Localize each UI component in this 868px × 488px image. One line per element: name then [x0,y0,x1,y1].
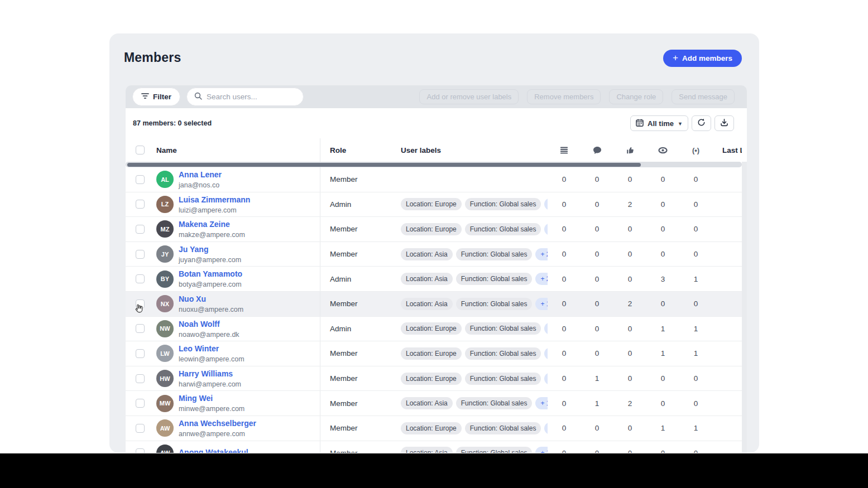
row-checkbox[interactable] [136,175,145,184]
posts-count: 0 [548,325,581,333]
member-name-link[interactable]: Makena Zeine [179,220,230,229]
row-checkbox[interactable] [136,424,145,433]
posts-icon[interactable] [548,147,581,154]
avatar[interactable]: LW [156,345,174,362]
likes-count: 0 [613,250,646,258]
member-cell: BY Botan Yamamoto botya@ampere.com [152,268,320,289]
more-labels-pill[interactable]: + 2 [535,273,548,285]
filter-button[interactable]: Filter [132,88,180,106]
member-email: makze@ampere.com [179,231,245,240]
member-name-link[interactable]: Ju Yang [179,245,208,254]
table-row[interactable]: NW Noah Wolff noawo@ampere.dk Admin Loca… [126,317,742,342]
member-name-link[interactable]: Harry Williams [179,369,233,378]
member-name-link[interactable]: Anna Wechselberger [179,419,256,428]
add-members-button[interactable]: + Add members [663,50,742,67]
member-name-link[interactable]: Luisa Zimmermann [179,195,250,204]
views-icon[interactable] [646,147,679,154]
remove-members-button[interactable]: Remove members [527,89,601,104]
row-checkbox-cell [126,200,152,209]
member-email: botya@ampere.com [179,281,242,289]
table-row[interactable]: LW Leo Winter leowin@ampere.com Member L… [126,341,742,366]
user-label-pill: Location: Europe [401,373,462,385]
filter-icon [141,93,149,101]
avatar[interactable]: LZ [156,196,174,213]
time-filter-dropdown[interactable]: All time ▼ [630,115,688,131]
table-row[interactable]: NX Nuo Xu nuoxu@ampere.com Member Locati… [126,292,742,317]
member-name-link[interactable]: Leo Winter [179,344,219,353]
horizontal-scrollbar-thumb[interactable] [127,163,641,167]
send-message-button[interactable]: Send message [672,89,735,104]
avatar[interactable]: MZ [156,220,174,238]
table-row[interactable]: AW Anna Wechselberger annwe@ampere.com M… [126,416,742,441]
row-checkbox[interactable] [136,374,145,383]
column-user-labels[interactable]: User labels [401,146,548,154]
more-labels-pill[interactable]: + 2 [535,248,548,260]
refresh-button[interactable] [692,115,711,131]
table-row[interactable]: MW Ming Wei minwe@ampere.com Member Loca… [126,391,742,416]
member-name-link[interactable]: Ming Wei [179,394,213,403]
user-labels-cell: Location: AsiaFunction: Global sales+ 2 [401,248,548,260]
select-all-checkbox[interactable] [136,146,145,154]
comments-count: 0 [581,225,613,233]
row-checkbox[interactable] [136,349,145,358]
views-count: 0 [646,200,679,209]
row-checkbox[interactable] [136,399,145,408]
avatar[interactable]: JY [156,245,174,263]
table-row[interactable]: BY Botan Yamamoto botya@ampere.com Admin… [126,267,742,292]
avatar[interactable]: NX [156,295,174,312]
likes-icon[interactable] [613,146,646,154]
change-role-button[interactable]: Change role [609,89,663,104]
avatar[interactable]: NW [156,320,174,337]
comments-count: 0 [581,349,613,357]
user-label-pill: Function: Global sales [465,322,541,335]
column-role[interactable]: Role [320,138,401,162]
more-labels-pill[interactable]: + 1 [535,447,548,453]
member-name-link[interactable]: Nuo Xu [179,294,206,303]
row-checkbox[interactable] [136,324,145,333]
avatar[interactable]: BY [156,270,174,288]
more-labels-pill[interactable]: + 1 [535,397,548,409]
search-box[interactable] [186,88,304,106]
table-row[interactable]: AL Anna Lener jana@nos.co Member 0 0 0 0… [126,167,742,192]
row-checkbox[interactable] [136,250,145,259]
member-email: noawo@ampere.dk [179,331,239,340]
search-input[interactable] [207,93,290,101]
member-cell: AW Anna Wechselberger annwe@ampere.com [152,418,320,439]
member-name-link[interactable]: Anna Lener [179,170,222,179]
column-name[interactable]: Name [152,146,320,154]
member-name-link[interactable]: Botan Yamamoto [179,269,242,278]
avatar[interactable]: AL [156,171,174,188]
member-name-link[interactable]: Noah Wolff [179,320,220,328]
avatar[interactable]: AW [156,419,174,437]
live-icon[interactable]: (•) [679,146,712,154]
table-row[interactable]: HW Harry Williams harwi@ampere.com Membe… [126,366,742,392]
add-remove-user-labels-button[interactable]: Add or remove user labels [419,89,519,104]
comments-count: 0 [581,325,613,333]
posts-count: 0 [548,299,581,308]
row-checkbox[interactable] [136,448,145,453]
user-label-pill: Location: Europe [401,322,462,335]
table-row[interactable]: AW Anong Watakeekul Member Location: Asi… [126,441,742,453]
row-checkbox[interactable] [136,225,145,234]
avatar[interactable]: MW [156,395,174,412]
views-count: 0 [646,299,679,308]
more-labels-pill[interactable]: + 1 [535,298,548,310]
vertical-scrollbar[interactable] [742,162,747,453]
row-checkbox[interactable] [136,274,145,283]
column-last[interactable]: Last L [712,146,742,154]
avatar[interactable]: HW [156,370,174,387]
table-row[interactable]: LZ Luisa Zimmermann luizi@ampere.com Adm… [126,192,742,218]
avatar[interactable]: AW [156,444,174,453]
views-count: 0 [646,399,679,408]
export-download-button[interactable] [714,115,734,131]
member-email: leowin@ampere.com [179,355,244,364]
member-cell: NX Nuo Xu nuoxu@ampere.com [152,293,320,315]
table-row[interactable]: MZ Makena Zeine makze@ampere.com Member … [126,217,742,242]
horizontal-scrollbar[interactable] [126,162,742,167]
member-role: Member [330,449,358,453]
views-count: 0 [646,250,679,258]
row-checkbox[interactable] [136,200,145,209]
member-name-link[interactable]: Anong Watakeekul [179,448,248,453]
comments-icon[interactable] [581,146,613,154]
table-row[interactable]: JY Ju Yang juyan@ampere.com Member Locat… [126,242,742,267]
